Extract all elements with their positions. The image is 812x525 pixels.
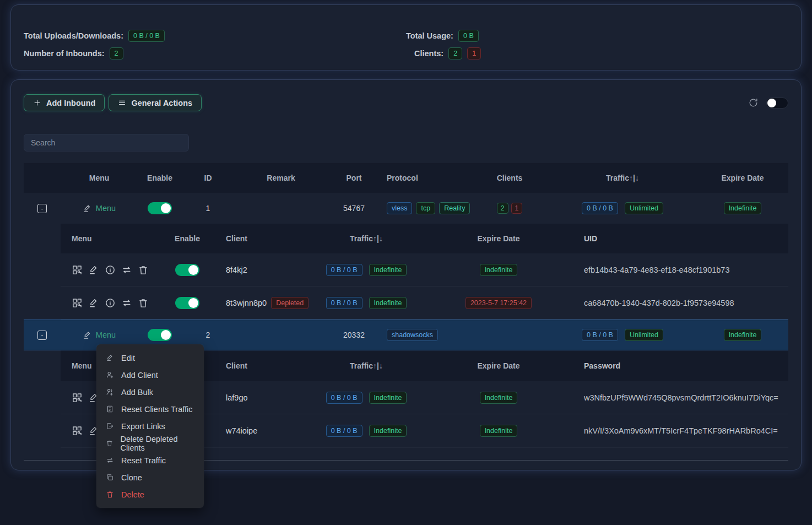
theme-toggle[interactable] (766, 98, 788, 109)
edit-pencil-icon (83, 331, 92, 340)
inbound-row-1: - Menu 1 54767 vless tcp Reality 2 1 0 (24, 193, 788, 224)
menu-item-reset-clients-traffic[interactable]: Reset Clients Traffic (96, 400, 204, 418)
row-menu-label: Menu (96, 204, 116, 213)
expire-badge: 2023-5-7 17:25:42 (465, 297, 532, 309)
protocol-tag: vless (387, 202, 412, 214)
clone-icon (106, 473, 114, 481)
expire-badge: Indefinite (724, 202, 762, 214)
client-enable-toggle[interactable] (175, 264, 199, 276)
traffic-badge: 0 B / 0 B (326, 297, 362, 309)
add-client-icon (106, 371, 114, 379)
theme-toggle-knob (767, 99, 776, 107)
header-expire-date: Expire Date (430, 234, 567, 243)
qr-code-icon[interactable] (72, 425, 83, 436)
edit-client-icon[interactable] (88, 264, 99, 275)
traffic-badge: 0 B / 0 B (326, 425, 362, 437)
general-actions-label: General Actions (131, 99, 192, 107)
menu-item-delete[interactable]: Delete (96, 486, 204, 503)
traffic-badge: 0 B / 0 B (582, 329, 618, 341)
total-uploads-downloads-value: 0 B / 0 B (128, 30, 165, 42)
export-links-icon (106, 422, 114, 430)
add-bulk-icon (106, 388, 114, 396)
menu-item-delete-depleted-clients[interactable]: Delete Depleted Clients (96, 435, 204, 452)
traffic-limit-badge: Unlimited (625, 329, 663, 341)
refresh-icon[interactable] (748, 98, 759, 108)
search-input[interactable] (24, 134, 189, 151)
stat-total-uploads-downloads: Total Uploads/Downloads: 0 B / 0 B (24, 30, 165, 42)
delete-icon (106, 490, 114, 499)
header-menu: Menu (61, 234, 165, 243)
traffic-badge: 0 B / 0 B (326, 264, 362, 276)
inbound-port: 20332 (328, 331, 380, 339)
client-row: 8f4kj2 0 B / 0 B Indefinite Indefinite e… (61, 253, 788, 286)
reset-client-traffic-icon[interactable] (121, 264, 132, 275)
expire-badge: Indefinite (724, 329, 762, 341)
client-name: 8f4kj2 (226, 266, 247, 274)
expire-badge: Indefinite (480, 425, 518, 437)
edit-pencil-icon (83, 204, 92, 213)
reset-client-traffic-icon[interactable] (121, 297, 132, 308)
edit-client-icon[interactable] (88, 297, 99, 308)
menu-item-export-links[interactable]: Export Links (96, 418, 204, 435)
number-of-inbounds-value: 2 (110, 47, 123, 59)
header-password: Password (567, 361, 788, 370)
inbound-id: 1 (182, 204, 234, 213)
header-protocol: Protocol (380, 174, 471, 182)
header-traffic-sort[interactable]: Traffic↑|↓ (303, 361, 430, 370)
header-clients: Clients (471, 174, 548, 182)
header-remark: Remark (234, 174, 328, 182)
traffic-limit-badge: Indefinite (369, 264, 407, 276)
stats-card: Total Uploads/Downloads: 0 B / 0 B Numbe… (11, 5, 801, 70)
menu-item-add-client[interactable]: Add Client (96, 366, 204, 383)
clients-total-badge: 2 (448, 47, 462, 59)
row-menu-trigger[interactable]: Menu (83, 204, 116, 213)
header-client: Client (209, 234, 303, 243)
menu-item-add-bulk[interactable]: Add Bulk (96, 383, 204, 400)
toolbar-right (748, 98, 788, 109)
expire-badge: Indefinite (480, 264, 518, 276)
client-row: 8t3wjnn8p0 Depleted 0 B / 0 B Indefinite… (61, 286, 788, 320)
transport-tag: tcp (416, 202, 435, 214)
client-enable-toggle[interactable] (175, 297, 199, 309)
header-uid: UID (567, 234, 788, 243)
inbound-id: 2 (182, 331, 234, 339)
client-name: 8t3wjnn8p0 (226, 299, 267, 307)
reset-clients-traffic-icon (106, 405, 114, 413)
delete-client-icon[interactable] (138, 264, 149, 275)
menu-item-edit[interactable]: Edit (96, 349, 204, 366)
row-menu-trigger[interactable]: Menu (83, 331, 116, 340)
delete-client-icon[interactable] (138, 297, 149, 308)
info-icon[interactable] (105, 264, 116, 275)
header-traffic-sort[interactable]: Traffic↑|↓ (548, 174, 697, 182)
client-uid: efb14b43-4a79-4e83-ef18-e48cf1901b73 (567, 266, 788, 274)
qr-code-icon[interactable] (72, 297, 83, 308)
client-uid: ca68470b-1940-437d-802b-1f9573e94598 (567, 299, 788, 307)
clients-table-header: Menu Enable Client Traffic↑|↓ Expire Dat… (61, 224, 788, 253)
traffic-limit-badge: Unlimited (625, 202, 663, 214)
menu-item-reset-traffic[interactable]: Reset Traffic (96, 452, 204, 469)
row-context-menu: Edit Add Client Add Bulk Reset Clients T… (96, 344, 204, 508)
clients-table-vless: Menu Enable Client Traffic↑|↓ Expire Dat… (61, 224, 788, 320)
collapse-row-button[interactable]: - (37, 331, 47, 340)
stat-clients: Clients: 2 1 (414, 47, 481, 59)
expire-badge: Indefinite (480, 392, 518, 404)
collapse-row-button[interactable]: - (37, 204, 47, 213)
enable-toggle[interactable] (148, 329, 172, 341)
delete-depleted-clients-icon (106, 439, 113, 447)
info-icon[interactable] (105, 297, 116, 308)
enable-toggle[interactable] (148, 202, 172, 214)
total-usage-label: Total Usage: (406, 31, 453, 40)
inbounds-table-header: Menu Enable ID Remark Port Protocol Clie… (24, 163, 788, 193)
general-actions-button[interactable]: General Actions (109, 94, 202, 111)
header-traffic-sort[interactable]: Traffic↑|↓ (303, 234, 430, 243)
reset-traffic-icon (106, 456, 114, 464)
menu-item-clone[interactable]: Clone (96, 469, 204, 486)
header-menu: Menu (61, 174, 138, 182)
header-enable: Enable (138, 174, 182, 182)
row-menu-label: Menu (96, 331, 116, 339)
plus-icon (33, 99, 41, 107)
qr-code-icon[interactable] (72, 392, 83, 403)
header-enable: Enable (165, 234, 209, 243)
add-inbound-button[interactable]: Add Inbound (24, 94, 105, 111)
qr-code-icon[interactable] (72, 264, 83, 275)
